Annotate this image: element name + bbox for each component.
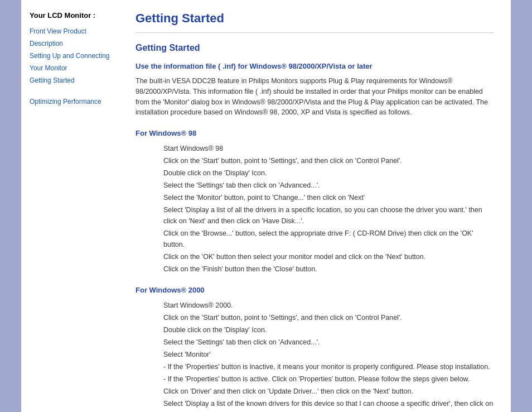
win98-title: For Windows® 98 [136, 129, 494, 137]
win2000-step-8: Click on 'Driver' and then click on 'Upd… [163, 386, 494, 397]
sidebar-link-optimizing[interactable]: Optimizing Performance [30, 98, 101, 106]
sidebar-item-description[interactable]: Description [30, 39, 116, 49]
sidebar-item-your-monitor[interactable]: Your Monitor [30, 63, 116, 73]
win98-step-8: Click on the 'OK' button then select you… [163, 251, 494, 262]
sidebar-link-getting-started[interactable]: Getting Started [30, 76, 75, 84]
sidebar-nav-main: Front View Product Description Setting U… [30, 26, 116, 85]
win2000-title: For Windows® 2000 [136, 286, 494, 294]
right-accent [511, 0, 532, 412]
win98-step-1: Start Windows® 98 [163, 143, 494, 154]
sidebar-link-description[interactable]: Description [30, 40, 63, 47]
intro-paragraph: The built-in VESA DDC2B feature in Phili… [136, 76, 494, 118]
sidebar: Your LCD Monitor : Front View Product De… [21, 0, 124, 412]
sidebar-item-front-view[interactable]: Front View Product [30, 26, 116, 36]
win98-step-3: Double click on the 'Display' Icon. [163, 167, 494, 179]
sidebar-title: Your LCD Monitor : [30, 11, 116, 20]
divider [136, 32, 494, 33]
page-title: Getting Started [136, 11, 494, 26]
sidebar-link-setting-up[interactable]: Setting Up and Connecting [30, 52, 109, 60]
sidebar-link-front-view[interactable]: Front View Product [30, 27, 86, 35]
sidebar-section-main: Front View Product Description Setting U… [30, 26, 116, 85]
win2000-step-6: - If the 'Properties' button is inactive… [163, 361, 494, 372]
content-area: Getting Started Getting Started Use the … [124, 0, 511, 412]
win2000-step-5: Select 'Monitor' [163, 349, 494, 360]
win2000-step-1: Start Windows® 2000. [163, 300, 494, 311]
win2000-step-2: Click on the 'Start' button, point to 'S… [163, 312, 494, 323]
win98-step-2: Click on the 'Start' button, point to 'S… [163, 155, 494, 166]
win98-step-7: Click on the 'Browse...' button, select … [163, 228, 494, 250]
sidebar-item-optimizing[interactable]: Optimizing Performance [30, 97, 116, 107]
win2000-step-4: Select the 'Settings' tab then click on … [163, 337, 494, 348]
sidebar-nav-secondary: Optimizing Performance [30, 97, 116, 107]
sidebar-item-setting-up[interactable]: Setting Up and Connecting [30, 51, 116, 61]
win98-steps: Start Windows® 98 Click on the 'Start' b… [136, 143, 494, 275]
win2000-step-3: Double click on the 'Display' Icon. [163, 324, 494, 336]
win98-step-5: Select the 'Monitor' button, point to 'C… [163, 192, 494, 203]
sidebar-section-secondary: Optimizing Performance [30, 97, 116, 107]
win2000-step-7: - If the 'Properties' button is active. … [163, 373, 494, 385]
section-title: Getting Started [136, 43, 494, 53]
sidebar-item-getting-started[interactable]: Getting Started [30, 75, 116, 85]
win98-step-4: Select the 'Settings' tab then click on … [163, 180, 494, 191]
win2000-steps: Start Windows® 2000. Click on the 'Start… [136, 300, 494, 412]
win98-step-6: Select 'Display a list of all the driver… [163, 204, 494, 227]
win98-step-9: Click on the 'Finish' button then the 'C… [163, 264, 494, 275]
inf-title: Use the information file ( .inf) for Win… [136, 62, 494, 70]
sidebar-link-your-monitor[interactable]: Your Monitor [30, 64, 67, 72]
win2000-step-9: Select 'Display a list of the known driv… [163, 398, 494, 412]
left-accent [0, 0, 21, 412]
